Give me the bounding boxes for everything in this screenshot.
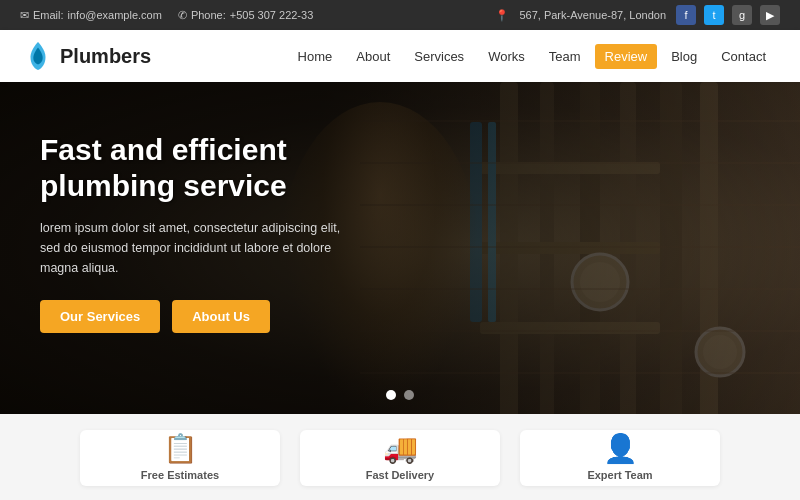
phone-label: Phone: [191, 9, 226, 21]
team-label: Expert Team [587, 469, 652, 481]
estimates-icon: 📋 [163, 435, 198, 463]
nav-review[interactable]: Review [595, 44, 658, 69]
googleplus-icon[interactable]: g [732, 5, 752, 25]
logo[interactable]: Plumbers [24, 40, 151, 72]
email-icon: ✉ [20, 9, 29, 22]
delivery-icon: 🚚 [383, 435, 418, 463]
hero-title: Fast and efficient plumbing service [40, 132, 360, 204]
carousel-dots [386, 390, 414, 400]
nav-services[interactable]: Services [404, 44, 474, 69]
location-icon: 📍 [495, 9, 509, 22]
phone-icon: ✆ [178, 9, 187, 22]
features-section: 📋 Free Estimates 🚚 Fast Delivery 👤 Exper… [0, 414, 800, 500]
hero-body-text: lorem ipsum dolor sit amet, consectetur … [40, 218, 360, 278]
carousel-dot-2[interactable] [404, 390, 414, 400]
hero-section: Fast and efficient plumbing service lore… [0, 82, 800, 414]
social-icons: f t g ▶ [676, 5, 780, 25]
phone-value: +505 307 222-33 [230, 9, 314, 21]
youtube-icon[interactable]: ▶ [760, 5, 780, 25]
location-value: 567, Park-Avenue-87, London [519, 9, 666, 21]
hero-buttons: Our Services About Us [40, 300, 360, 333]
team-icon: 👤 [603, 435, 638, 463]
nav-home[interactable]: Home [288, 44, 343, 69]
logo-icon [24, 40, 52, 72]
feature-card-team: 👤 Expert Team [520, 430, 720, 486]
carousel-dot-1[interactable] [386, 390, 396, 400]
logo-text: Plumbers [60, 45, 151, 68]
twitter-icon[interactable]: t [704, 5, 724, 25]
phone-info: ✆ Phone: +505 307 222-33 [178, 9, 313, 22]
delivery-label: Fast Delivery [366, 469, 434, 481]
hero-content: Fast and efficient plumbing service lore… [0, 82, 400, 363]
email-label: Email: [33, 9, 64, 21]
top-bar: ✉ Email: info@example.com ✆ Phone: +505 … [0, 0, 800, 30]
top-bar-right: 📍 567, Park-Avenue-87, London f t g ▶ [495, 5, 780, 25]
nav-team[interactable]: Team [539, 44, 591, 69]
top-bar-contact: ✉ Email: info@example.com ✆ Phone: +505 … [20, 9, 313, 22]
nav-contact[interactable]: Contact [711, 44, 776, 69]
about-us-button[interactable]: About Us [172, 300, 270, 333]
feature-card-delivery: 🚚 Fast Delivery [300, 430, 500, 486]
header: Plumbers Home About Services Works Team … [0, 30, 800, 82]
facebook-icon[interactable]: f [676, 5, 696, 25]
our-services-button[interactable]: Our Services [40, 300, 160, 333]
estimates-label: Free Estimates [141, 469, 219, 481]
nav-blog[interactable]: Blog [661, 44, 707, 69]
nav-about[interactable]: About [346, 44, 400, 69]
main-nav: Home About Services Works Team Review Bl… [288, 44, 776, 69]
feature-card-estimates: 📋 Free Estimates [80, 430, 280, 486]
email-info: ✉ Email: info@example.com [20, 9, 162, 22]
nav-works[interactable]: Works [478, 44, 535, 69]
email-value: info@example.com [68, 9, 162, 21]
